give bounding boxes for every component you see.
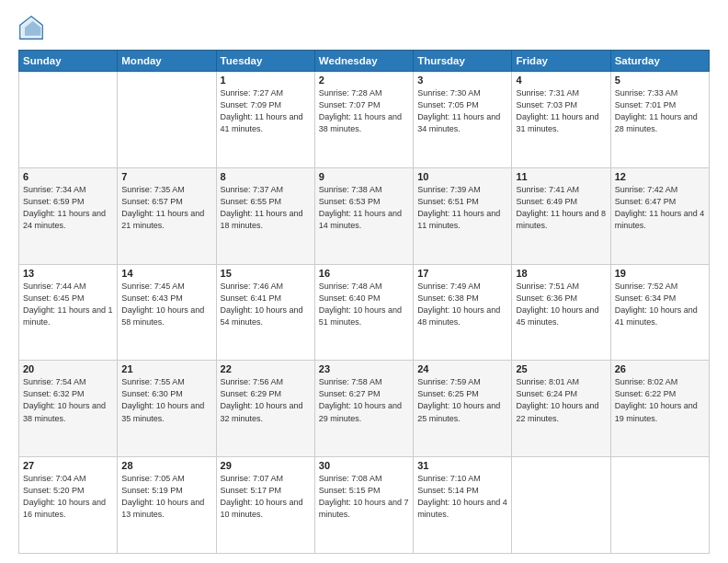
calendar-cell: 7Sunrise: 7:35 AMSunset: 6:57 PMDaylight…	[118, 167, 216, 264]
day-number: 16	[319, 268, 409, 279]
calendar-cell: 13Sunrise: 7:44 AMSunset: 6:45 PMDayligh…	[19, 264, 118, 361]
day-info: Sunrise: 7:28 AMSunset: 7:07 PMDaylight:…	[319, 87, 409, 135]
day-info: Sunrise: 7:41 AMSunset: 6:49 PMDaylight:…	[516, 184, 606, 232]
calendar-cell	[610, 457, 709, 554]
page: SundayMondayTuesdayWednesdayThursdayFrid…	[0, 0, 728, 563]
day-info: Sunrise: 7:58 AMSunset: 6:27 PMDaylight:…	[319, 376, 409, 424]
day-number: 15	[221, 268, 311, 279]
day-number: 10	[417, 171, 507, 182]
calendar-cell: 12Sunrise: 7:42 AMSunset: 6:47 PMDayligh…	[610, 167, 709, 264]
day-number: 27	[23, 460, 113, 471]
logo	[18, 15, 48, 40]
calendar-cell: 2Sunrise: 7:28 AMSunset: 7:07 PMDaylight…	[314, 72, 413, 168]
day-info: Sunrise: 7:45 AMSunset: 6:43 PMDaylight:…	[121, 281, 211, 328]
day-number: 14	[121, 268, 211, 279]
day-info: Sunrise: 7:33 AMSunset: 7:01 PMDaylight:…	[615, 87, 705, 135]
day-number: 8	[221, 171, 311, 182]
day-number: 18	[516, 268, 606, 279]
col-header-thursday: Thursday	[414, 51, 512, 72]
day-info: Sunrise: 7:35 AMSunset: 6:57 PMDaylight:…	[121, 184, 211, 232]
day-info: Sunrise: 7:54 AMSunset: 6:32 PMDaylight:…	[23, 376, 113, 424]
calendar-table: SundayMondayTuesdayWednesdayThursdayFrid…	[18, 50, 710, 554]
calendar-cell: 9Sunrise: 7:38 AMSunset: 6:53 PMDaylight…	[314, 167, 413, 264]
col-header-monday: Monday	[118, 51, 216, 72]
day-number: 4	[516, 75, 606, 86]
day-number: 23	[319, 363, 409, 374]
day-info: Sunrise: 7:27 AMSunset: 7:09 PMDaylight:…	[221, 87, 311, 135]
day-info: Sunrise: 8:01 AMSunset: 6:24 PMDaylight:…	[516, 376, 606, 424]
day-info: Sunrise: 7:44 AMSunset: 6:45 PMDaylight:…	[23, 281, 113, 328]
calendar-cell: 30Sunrise: 7:08 AMSunset: 5:15 PMDayligh…	[314, 457, 413, 554]
day-info: Sunrise: 7:05 AMSunset: 5:19 PMDaylight:…	[121, 473, 211, 521]
day-number: 3	[417, 75, 507, 86]
calendar-cell	[512, 457, 610, 554]
day-info: Sunrise: 7:49 AMSunset: 6:38 PMDaylight:…	[417, 281, 507, 328]
calendar-cell: 20Sunrise: 7:54 AMSunset: 6:32 PMDayligh…	[19, 361, 118, 457]
calendar-cell: 29Sunrise: 7:07 AMSunset: 5:17 PMDayligh…	[216, 457, 314, 554]
day-number: 24	[417, 363, 507, 374]
calendar-cell: 19Sunrise: 7:52 AMSunset: 6:34 PMDayligh…	[610, 264, 709, 361]
day-number: 26	[615, 363, 705, 374]
calendar-cell: 25Sunrise: 8:01 AMSunset: 6:24 PMDayligh…	[512, 361, 610, 457]
calendar-cell: 21Sunrise: 7:55 AMSunset: 6:30 PMDayligh…	[118, 361, 216, 457]
calendar-cell	[19, 72, 118, 168]
day-number: 5	[615, 75, 705, 86]
calendar-cell: 17Sunrise: 7:49 AMSunset: 6:38 PMDayligh…	[414, 264, 512, 361]
day-number: 21	[121, 363, 211, 374]
calendar-cell: 4Sunrise: 7:31 AMSunset: 7:03 PMDaylight…	[512, 72, 610, 168]
calendar-cell: 6Sunrise: 7:34 AMSunset: 6:59 PMDaylight…	[19, 167, 118, 264]
col-header-friday: Friday	[512, 51, 610, 72]
day-number: 25	[516, 363, 606, 374]
calendar-cell: 31Sunrise: 7:10 AMSunset: 5:14 PMDayligh…	[414, 457, 512, 554]
col-header-wednesday: Wednesday	[314, 51, 413, 72]
day-number: 20	[23, 363, 113, 374]
col-header-saturday: Saturday	[610, 51, 709, 72]
day-info: Sunrise: 7:51 AMSunset: 6:36 PMDaylight:…	[516, 281, 606, 328]
day-number: 28	[121, 460, 211, 471]
calendar-week-1: 1Sunrise: 7:27 AMSunset: 7:09 PMDaylight…	[19, 72, 710, 168]
day-info: Sunrise: 7:39 AMSunset: 6:51 PMDaylight:…	[417, 184, 507, 232]
calendar-cell: 22Sunrise: 7:56 AMSunset: 6:29 PMDayligh…	[216, 361, 314, 457]
calendar-week-2: 6Sunrise: 7:34 AMSunset: 6:59 PMDaylight…	[19, 167, 710, 264]
day-info: Sunrise: 8:02 AMSunset: 6:22 PMDaylight:…	[615, 376, 705, 424]
calendar-week-4: 20Sunrise: 7:54 AMSunset: 6:32 PMDayligh…	[19, 361, 710, 457]
day-number: 11	[516, 171, 606, 182]
day-number: 2	[319, 75, 409, 86]
day-info: Sunrise: 7:46 AMSunset: 6:41 PMDaylight:…	[221, 281, 311, 328]
day-info: Sunrise: 7:34 AMSunset: 6:59 PMDaylight:…	[23, 184, 113, 232]
day-number: 31	[417, 460, 507, 471]
day-info: Sunrise: 7:37 AMSunset: 6:55 PMDaylight:…	[221, 184, 311, 232]
day-number: 19	[615, 268, 705, 279]
day-info: Sunrise: 7:08 AMSunset: 5:15 PMDaylight:…	[319, 473, 409, 521]
calendar-week-3: 13Sunrise: 7:44 AMSunset: 6:45 PMDayligh…	[19, 264, 710, 361]
day-info: Sunrise: 7:07 AMSunset: 5:17 PMDaylight:…	[221, 473, 311, 521]
calendar-cell: 14Sunrise: 7:45 AMSunset: 6:43 PMDayligh…	[118, 264, 216, 361]
col-header-sunday: Sunday	[19, 51, 118, 72]
calendar-cell: 26Sunrise: 8:02 AMSunset: 6:22 PMDayligh…	[610, 361, 709, 457]
calendar-cell: 5Sunrise: 7:33 AMSunset: 7:01 PMDaylight…	[610, 72, 709, 168]
day-number: 7	[121, 171, 211, 182]
day-info: Sunrise: 7:42 AMSunset: 6:47 PMDaylight:…	[615, 184, 705, 232]
day-number: 13	[23, 268, 113, 279]
calendar-cell: 10Sunrise: 7:39 AMSunset: 6:51 PMDayligh…	[414, 167, 512, 264]
day-number: 22	[221, 363, 311, 374]
calendar-cell: 16Sunrise: 7:48 AMSunset: 6:40 PMDayligh…	[314, 264, 413, 361]
calendar-cell: 18Sunrise: 7:51 AMSunset: 6:36 PMDayligh…	[512, 264, 610, 361]
header	[18, 15, 710, 40]
day-number: 9	[319, 171, 409, 182]
col-header-tuesday: Tuesday	[216, 51, 314, 72]
day-info: Sunrise: 7:56 AMSunset: 6:29 PMDaylight:…	[221, 376, 311, 424]
calendar-cell: 28Sunrise: 7:05 AMSunset: 5:19 PMDayligh…	[118, 457, 216, 554]
day-number: 12	[615, 171, 705, 182]
calendar-cell: 8Sunrise: 7:37 AMSunset: 6:55 PMDaylight…	[216, 167, 314, 264]
logo-icon	[18, 15, 44, 40]
day-info: Sunrise: 7:52 AMSunset: 6:34 PMDaylight:…	[615, 281, 705, 328]
day-info: Sunrise: 7:30 AMSunset: 7:05 PMDaylight:…	[417, 87, 507, 135]
calendar-cell: 11Sunrise: 7:41 AMSunset: 6:49 PMDayligh…	[512, 167, 610, 264]
day-number: 17	[417, 268, 507, 279]
calendar-cell: 15Sunrise: 7:46 AMSunset: 6:41 PMDayligh…	[216, 264, 314, 361]
day-info: Sunrise: 7:48 AMSunset: 6:40 PMDaylight:…	[319, 281, 409, 328]
calendar-cell: 1Sunrise: 7:27 AMSunset: 7:09 PMDaylight…	[216, 72, 314, 168]
day-info: Sunrise: 7:31 AMSunset: 7:03 PMDaylight:…	[516, 87, 606, 135]
day-number: 1	[221, 75, 311, 86]
